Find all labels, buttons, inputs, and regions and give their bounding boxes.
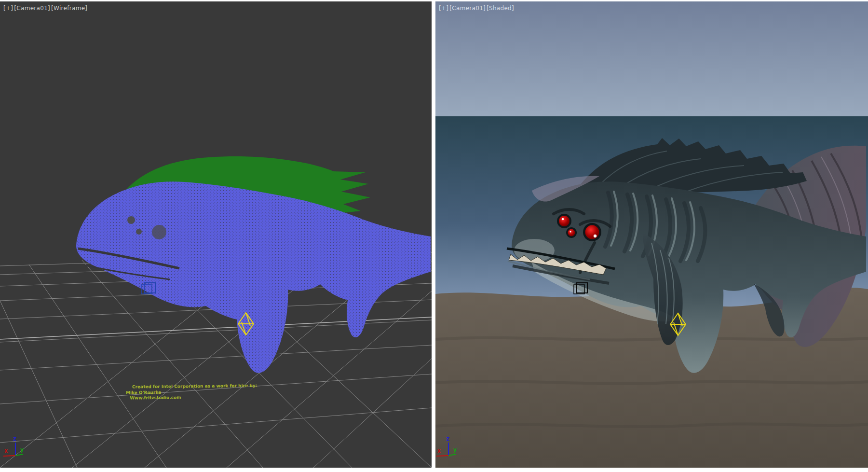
scene-credit-text: Created for Intel Corporation as a work … <box>126 383 280 401</box>
viewport-shaded[interactable]: z x y [+][Camera01][Shaded] Created for … <box>435 1 868 468</box>
viewport-shading-menu[interactable]: [Shaded] <box>487 5 514 12</box>
creature-eye <box>152 225 166 239</box>
axis-x-label: x <box>4 447 8 454</box>
viewport-pov-menu[interactable]: [Camera01] <box>14 5 50 12</box>
viewport-menu-bar: [+][Camera01][Shaded] <box>439 5 515 12</box>
creature-eye <box>127 216 135 224</box>
sky <box>435 1 868 116</box>
window-frame: z x y [+][Camera01][Wireframe] Created f… <box>0 0 868 472</box>
creature-eye <box>559 216 570 226</box>
axis-y-label: y <box>453 446 457 453</box>
axis-z-label: z <box>13 435 16 442</box>
creature-model[interactable] <box>76 181 431 373</box>
viewport-menu-bar: [+][Camera01][Wireframe] <box>3 5 88 12</box>
viewport-wireframe[interactable]: z x y [+][Camera01][Wireframe] Created f… <box>0 1 432 468</box>
viewport-general-menu[interactable]: [+] <box>439 5 448 12</box>
axis-y-label: y <box>20 446 24 453</box>
creature-eye <box>568 229 575 236</box>
viewport-shading-menu[interactable]: [Wireframe] <box>51 5 87 12</box>
viewport-pov-menu[interactable]: [Camera01] <box>449 5 486 12</box>
axis-z-label: z <box>446 435 449 442</box>
axis-x-label: x <box>437 447 441 454</box>
viewport-general-menu[interactable]: [+] <box>3 5 13 12</box>
creature-eye <box>136 229 142 235</box>
axis-tripod: z x y <box>3 435 24 456</box>
creature-eye <box>585 225 599 239</box>
